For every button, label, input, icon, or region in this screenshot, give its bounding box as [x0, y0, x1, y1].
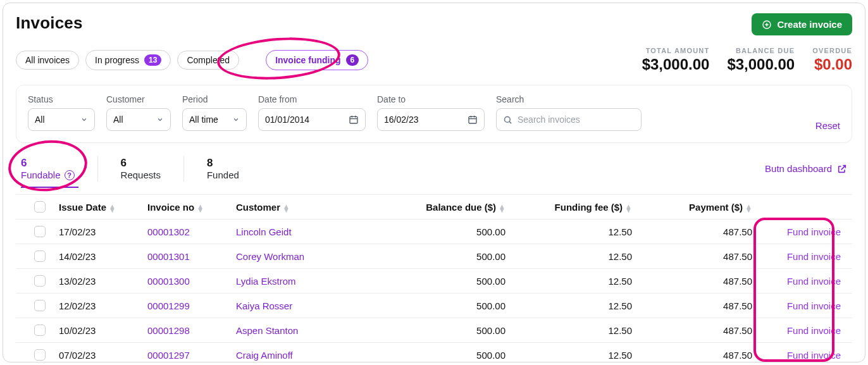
stat-balance-label: BALANCE DUE	[727, 47, 795, 54]
butn-dashboard-label: Butn dashboard	[765, 163, 832, 174]
cell-issue-date: 07/02/23	[59, 350, 147, 361]
fund-invoice-link[interactable]: Fund invoice	[787, 251, 841, 262]
invoice-link[interactable]: 00001299	[147, 300, 190, 311]
filter-status-select[interactable]: All	[28, 108, 95, 131]
row-checkbox[interactable]	[34, 325, 46, 336]
plus-circle-icon	[762, 20, 772, 30]
table-header-row: Issue Date▲▼ Invoice no▲▼ Customer▲▼ Bal…	[16, 195, 852, 220]
cell-balance: 500.00	[379, 300, 505, 311]
filter-period-label: Period	[182, 94, 247, 104]
cell-balance: 500.00	[379, 276, 505, 287]
row-checkbox[interactable]	[34, 251, 46, 262]
col-invoice-no[interactable]: Invoice no▲▼	[147, 202, 236, 213]
pill-completed[interactable]: Completed	[177, 51, 239, 70]
search-input[interactable]	[518, 114, 635, 125]
tab-requests-label: Requests	[121, 170, 161, 180]
customer-link[interactable]: Aspen Stanton	[236, 325, 298, 336]
filter-date-to-input[interactable]: 16/02/23	[377, 108, 485, 131]
create-invoice-label: Create invoice	[777, 19, 842, 30]
fund-invoice-link[interactable]: Fund invoice	[787, 350, 841, 361]
select-all-checkbox[interactable]	[34, 201, 46, 213]
filter-customer-select[interactable]: All	[106, 108, 171, 131]
fund-invoice-link[interactable]: Fund invoice	[787, 300, 841, 311]
cell-issue-date: 13/02/23	[59, 276, 147, 287]
table-row: 12/02/2300001299Kaiya Rosser500.0012.504…	[16, 294, 852, 318]
invoice-link[interactable]: 00001302	[147, 226, 190, 237]
cell-funding-fee: 12.50	[505, 325, 632, 336]
pill-in-progress[interactable]: In progress 13	[85, 50, 171, 70]
pill-in-progress-badge: 13	[144, 54, 161, 66]
col-balance-due[interactable]: Balance due ($)▲▼	[379, 202, 505, 213]
chevron-down-icon	[156, 116, 164, 123]
stat-total-value: $3,000.00	[642, 56, 710, 73]
row-checkbox[interactable]	[34, 349, 46, 361]
cell-payment: 487.50	[632, 251, 752, 262]
cell-balance: 500.00	[379, 325, 505, 336]
fund-invoice-link[interactable]: Fund invoice	[787, 276, 841, 287]
cell-balance: 500.00	[379, 251, 505, 262]
cell-issue-date: 17/02/23	[59, 226, 147, 237]
customer-link[interactable]: Lydia Ekstrom	[236, 276, 295, 287]
chevron-down-icon	[232, 116, 240, 123]
cell-funding-fee: 12.50	[505, 350, 632, 361]
row-checkbox[interactable]	[34, 275, 46, 287]
filter-customer-label: Customer	[106, 94, 171, 104]
invoice-link[interactable]: 00001300	[147, 276, 190, 287]
svg-point-11	[505, 116, 511, 122]
customer-link[interactable]: Corey Workman	[236, 251, 304, 262]
col-payment[interactable]: Payment ($)▲▼	[632, 202, 752, 213]
stat-total-label: TOTAL AMOUNT	[642, 47, 710, 54]
search-icon	[503, 115, 512, 125]
col-issue-date[interactable]: Issue Date▲▼	[59, 202, 147, 213]
row-checkbox[interactable]	[34, 226, 46, 237]
table-row: 07/02/2300001297Craig Aminoff500.0012.50…	[16, 343, 852, 365]
sort-icon: ▲▼	[745, 204, 752, 212]
cell-balance: 500.00	[379, 350, 505, 361]
col-customer[interactable]: Customer▲▼	[236, 202, 379, 213]
invoice-link[interactable]: 00001297	[147, 350, 190, 361]
customer-link[interactable]: Kaiya Rosser	[236, 300, 292, 311]
filter-period-select[interactable]: All time	[182, 108, 247, 131]
table-row: 13/02/2300001300Lydia Ekstrom500.0012.50…	[16, 269, 852, 294]
invoice-link[interactable]: 00001301	[147, 251, 190, 262]
tab-fundable-count: 6	[21, 157, 75, 170]
butn-dashboard-link[interactable]: Butn dashboard	[765, 163, 847, 174]
tab-fundable-label: Fundable	[21, 170, 61, 180]
calendar-icon	[349, 114, 359, 125]
pill-invoice-funding[interactable]: Invoice funding 6	[266, 50, 368, 70]
help-icon[interactable]: ?	[65, 170, 75, 180]
stat-overdue: OVERDUE $0.00	[812, 47, 852, 73]
stat-balance-due: BALANCE DUE $3,000.00	[727, 47, 795, 73]
create-invoice-button[interactable]: Create invoice	[752, 13, 852, 35]
cell-payment: 487.50	[632, 226, 752, 237]
filter-date-from-input[interactable]: 01/01/2014	[258, 108, 366, 131]
tab-funded[interactable]: 8 Funded	[207, 154, 239, 183]
reset-link[interactable]: Reset	[815, 120, 840, 131]
tab-fundable[interactable]: 6 Fundable ?	[21, 154, 75, 183]
svg-line-12	[509, 121, 511, 123]
cell-issue-date: 10/02/23	[59, 325, 147, 336]
svg-rect-7	[469, 116, 476, 123]
fund-invoice-link[interactable]: Fund invoice	[787, 325, 841, 336]
filter-period-value: All time	[189, 114, 218, 125]
divider	[183, 156, 184, 182]
customer-link[interactable]: Lincoln Geidt	[236, 226, 292, 237]
pill-funding-badge: 6	[346, 54, 359, 66]
divider	[97, 156, 98, 182]
stat-overdue-label: OVERDUE	[812, 47, 852, 54]
tab-requests[interactable]: 6 Requests	[121, 154, 161, 183]
customer-link[interactable]: Craig Aminoff	[236, 350, 293, 361]
tab-funded-count: 8	[207, 157, 239, 170]
search-input-wrapper[interactable]	[496, 108, 642, 131]
filter-bar: Status All Customer All Period All time	[16, 85, 852, 143]
col-funding-fee[interactable]: Funding fee ($)▲▼	[505, 202, 632, 213]
invoice-link[interactable]: 00001298	[147, 325, 190, 336]
fund-invoice-link[interactable]: Fund invoice	[787, 226, 841, 237]
pill-all-invoices[interactable]: All invoices	[16, 51, 79, 70]
cell-payment: 487.50	[632, 350, 752, 361]
cell-funding-fee: 12.50	[505, 251, 632, 262]
pill-in-progress-label: In progress	[95, 55, 139, 65]
filter-date-from-label: Date from	[258, 94, 366, 104]
svg-rect-3	[350, 116, 357, 123]
row-checkbox[interactable]	[34, 300, 46, 311]
